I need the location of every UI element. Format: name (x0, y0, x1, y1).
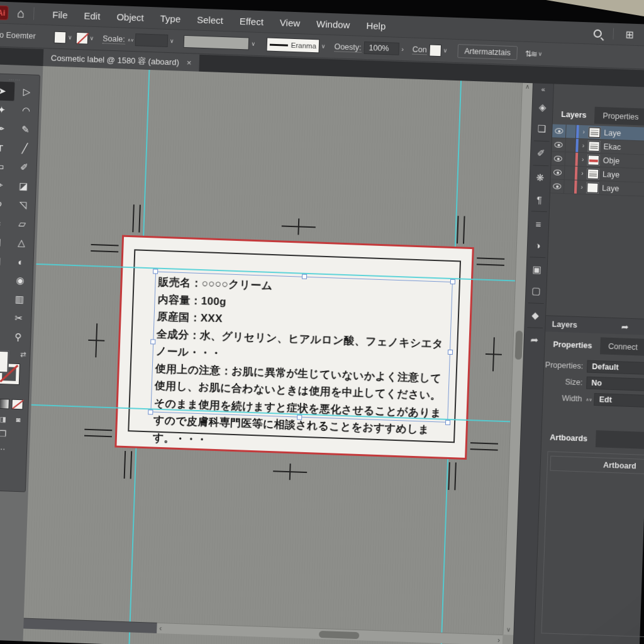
selection-handle[interactable] (297, 414, 302, 419)
column-graph-tool[interactable]: ▥ (7, 289, 32, 309)
tab-properties[interactable]: Properties (594, 107, 644, 126)
selection-handle[interactable] (150, 339, 155, 344)
scroll-right-icon[interactable]: › (497, 636, 500, 644)
draw-inside-mode[interactable]: ◙ (13, 414, 25, 425)
size-field-value[interactable]: No (586, 377, 644, 392)
paintbrush-tool[interactable]: ✐ (11, 157, 36, 177)
style-swatch[interactable] (429, 44, 441, 57)
horizontal-scroll-thumb[interactable] (319, 631, 359, 639)
visibility-eye-icon[interactable] (553, 183, 561, 189)
expand-layer-icon[interactable]: › (577, 170, 587, 177)
lock-cell[interactable] (565, 166, 575, 180)
scale-tool[interactable]: ◹ (10, 195, 35, 214)
rectangle-tool[interactable]: ▭ (0, 157, 12, 176)
visibility-eye-icon[interactable] (554, 156, 562, 162)
selection-handle[interactable] (445, 420, 450, 425)
workspace-switcher-icon[interactable]: ⊞ (625, 28, 634, 40)
visibility-eye-icon[interactable] (555, 128, 563, 134)
scroll-down-icon[interactable]: ∨ (506, 626, 511, 635)
magic-wand-tool[interactable]: ✦ (0, 100, 14, 119)
selection-handle[interactable] (148, 409, 153, 414)
edit-toolbar-icon[interactable]: … (0, 441, 27, 453)
scroll-up-icon[interactable]: ∧ (525, 83, 530, 92)
stroke-weight-value[interactable] (135, 33, 169, 47)
stroke-panel-icon[interactable]: ≡ (528, 213, 549, 235)
brushes-panel-icon[interactable]: ✐ (530, 142, 552, 164)
tab-properties-2[interactable]: Properties (545, 335, 601, 354)
line-segment-tool[interactable]: ╱ (12, 138, 37, 158)
perspective-grid-tool[interactable]: △ (9, 233, 34, 252)
fill-swatch[interactable] (54, 31, 67, 43)
selection-handle[interactable] (450, 279, 455, 284)
width-profile-select[interactable]: Eranma (267, 37, 320, 53)
shape-builder-tool[interactable]: ◫ (0, 232, 9, 252)
direct-selection-tool[interactable]: ▷ (14, 82, 39, 102)
menu-type[interactable]: Type (152, 13, 189, 25)
width-tool[interactable]: ≈ (0, 213, 10, 233)
lock-cell[interactable] (565, 138, 576, 152)
stroke-stepper-icon[interactable]: ∧∨ (128, 37, 134, 42)
curvature-tool[interactable]: ✎ (13, 119, 38, 139)
text-object-selection[interactable]: 販売名：○○○○クリーム 内容量：100g 原産国：XXX 全成分：水、グリセリ… (150, 272, 453, 423)
chevron-down-icon[interactable]: ∨ (538, 51, 543, 57)
asset-export-panel-icon[interactable]: ➦ (524, 329, 545, 351)
rotate-tool[interactable]: ↻ (0, 194, 11, 214)
chevron-down-icon[interactable]: ∨ (68, 34, 72, 40)
close-icon[interactable]: × (186, 58, 191, 67)
zoom-tool[interactable]: ⚲ (6, 327, 31, 347)
menu-window[interactable]: Window (308, 18, 358, 30)
home-icon[interactable]: ⌂ (17, 6, 25, 20)
gradient-tool[interactable]: ◐ (8, 252, 33, 271)
expand-layer-icon[interactable]: › (578, 142, 588, 150)
menu-file[interactable]: File (44, 9, 76, 21)
appearance-panel-icon[interactable]: ▢ (525, 280, 547, 302)
expand-layer-icon[interactable]: › (577, 184, 587, 191)
eye-cell[interactable] (551, 165, 565, 179)
visibility-eye-icon[interactable] (554, 142, 562, 148)
mesh-tool[interactable]: ▦ (0, 251, 9, 270)
free-transform-tool[interactable]: ▱ (9, 214, 35, 233)
selection-tool[interactable]: ➤ (0, 81, 15, 101)
opacity-value[interactable]: 100% (364, 42, 399, 55)
image-trace-panel-icon[interactable]: ▣ (526, 258, 548, 280)
screen-mode-icon[interactable]: ❐ (0, 428, 27, 440)
draw-behind-mode[interactable]: ◨ (0, 414, 9, 425)
eye-cell[interactable] (550, 179, 565, 193)
layer-name[interactable]: Laye (602, 170, 620, 179)
properties-field-value[interactable]: Default (587, 360, 644, 375)
layer-name[interactable]: Laye (602, 184, 619, 193)
chevron-down-icon[interactable]: ∨ (443, 47, 448, 53)
eye-cell[interactable] (552, 124, 567, 138)
search-icon[interactable] (594, 29, 602, 37)
lock-cell[interactable] (564, 180, 575, 194)
eraser-tool[interactable]: ◪ (11, 176, 36, 196)
chevron-right-icon[interactable]: › (401, 45, 404, 52)
stroke-swatch[interactable] (75, 31, 88, 44)
none-button[interactable] (11, 399, 23, 410)
eye-cell[interactable] (551, 152, 565, 165)
menu-edit[interactable]: Edit (75, 9, 108, 21)
gradient-panel-icon[interactable]: ◑ (527, 234, 548, 256)
label-text[interactable]: 販売名：○○○○クリーム 内容量：100g 原産国：XXX 全成分：水、グリセリ… (153, 274, 449, 421)
artboards-panel-icon[interactable]: ❏ (531, 118, 552, 140)
menu-select[interactable]: Select (189, 14, 231, 26)
paragraph-panel-icon[interactable]: ¶ (528, 188, 550, 210)
selection-handle[interactable] (448, 350, 453, 355)
layer-name[interactable]: Laye (604, 128, 621, 138)
layer-name[interactable]: Ekac (603, 142, 621, 152)
selection-handle[interactable] (153, 269, 158, 274)
document-setup-button[interactable]: Artermatztais (457, 44, 518, 60)
opacity-label[interactable]: Ooesty: (334, 42, 362, 52)
app-logo-icon[interactable]: Ai (0, 5, 9, 20)
symbols-panel-icon[interactable]: ❋ (530, 167, 551, 189)
artboard-row[interactable]: Artboard (550, 456, 644, 475)
brush-definition[interactable] (184, 35, 250, 50)
tab-layers[interactable]: Layers (553, 105, 595, 123)
align-options-icon[interactable]: ⇅≋ (525, 48, 536, 58)
menu-view[interactable]: View (272, 16, 309, 28)
menu-object[interactable]: Object (108, 11, 152, 23)
chevron-down-icon[interactable]: ∨ (89, 35, 94, 42)
chevron-down-icon[interactable]: ∨ (251, 41, 255, 47)
fill-color-control[interactable] (0, 350, 9, 372)
chevron-down-icon[interactable]: ∨ (170, 38, 174, 44)
